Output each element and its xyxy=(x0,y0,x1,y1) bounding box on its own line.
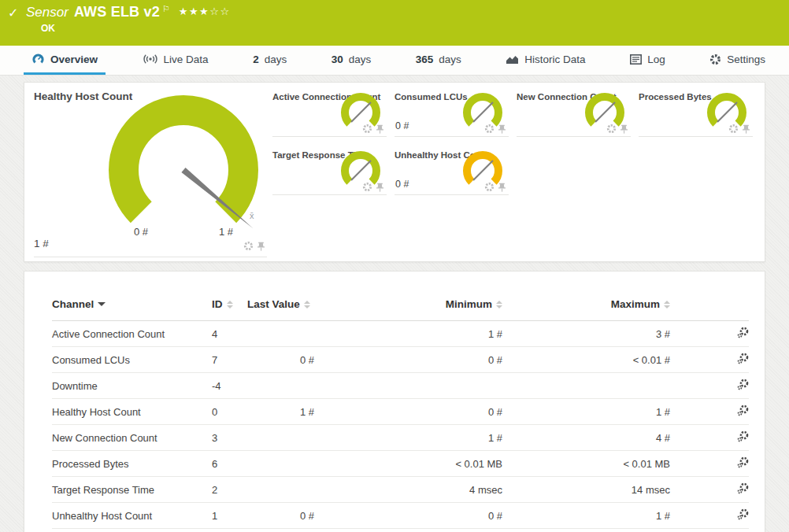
channel-maximum: < 0.01 MB xyxy=(502,451,670,477)
column-header-id[interactable]: ID xyxy=(212,298,247,321)
channel-last-value: 0 # xyxy=(247,503,314,529)
gauge-needle xyxy=(717,102,737,122)
column-label: Last Value xyxy=(247,298,300,310)
main-gauge-arc xyxy=(124,110,243,212)
log-list-icon xyxy=(630,54,642,65)
column-label: Minimum xyxy=(446,298,492,310)
gauge-arc xyxy=(345,97,376,124)
channel-id: 6 xyxy=(212,451,247,477)
pin-icon[interactable] xyxy=(498,183,506,192)
gauge-cell-active-connection-count: Active Connection Count xyxy=(272,89,387,137)
column-header-minimum[interactable]: Minimum xyxy=(314,298,502,321)
tab-historic-data[interactable]: Historic Data xyxy=(498,46,593,75)
table-row: Processed Bytes 6 < 0.01 MB < 0.01 MB xyxy=(52,451,749,477)
edit-channel-gear-icon[interactable] xyxy=(737,327,749,338)
sensor-name: AWS ELB v2 xyxy=(74,4,160,20)
gear-icon xyxy=(709,54,721,65)
gauge-needle xyxy=(351,161,371,180)
gauge-icon xyxy=(31,54,45,65)
edit-channel-gear-icon[interactable] xyxy=(737,353,749,364)
pin-icon[interactable] xyxy=(498,124,506,134)
channel-id: 1 xyxy=(212,503,247,529)
channel-last-value xyxy=(247,425,314,451)
priority-stars[interactable]: ★★★☆☆ xyxy=(179,6,231,17)
gauge-needle xyxy=(473,102,493,122)
channel-minimum: 1 # xyxy=(314,425,502,451)
gauge-title: Processed Bytes xyxy=(639,92,712,102)
gear-icon[interactable] xyxy=(362,182,372,192)
area-chart-icon xyxy=(506,54,519,65)
table-row: Target Response Time 2 4 msec 14 msec xyxy=(52,477,749,503)
gauge-needle xyxy=(595,102,615,122)
live-signal-icon xyxy=(143,54,158,65)
edit-channel-gear-icon[interactable] xyxy=(737,482,749,494)
tab-settings[interactable]: Settings xyxy=(702,46,773,75)
column-header-last-value[interactable]: Last Value xyxy=(247,298,314,321)
edit-channel-gear-icon[interactable] xyxy=(737,456,749,468)
channel-name: New Connection Count xyxy=(52,425,212,451)
channel-minimum: 0 # xyxy=(314,503,502,529)
sort-desc-icon xyxy=(98,302,106,306)
gear-icon[interactable] xyxy=(362,124,372,134)
tab-label: Historic Data xyxy=(524,54,585,65)
channel-maximum: < 0.01 # xyxy=(502,347,670,373)
main-gauge-min-label: 0 # xyxy=(127,226,155,238)
channel-name: Consumed LCUs xyxy=(52,347,212,373)
column-header-maximum[interactable]: Maximum xyxy=(502,298,670,321)
sort-icon xyxy=(496,301,502,308)
tab-log[interactable]: Log xyxy=(622,46,673,75)
tab-2-days[interactable]: 2 days xyxy=(245,46,294,75)
main-gauge[interactable] xyxy=(95,91,292,236)
channel-name: Target Response Time xyxy=(52,477,212,503)
gauge-cell-consumed-lcus: Consumed LCUs 0 # xyxy=(394,89,509,137)
tab-overview[interactable]: Overview xyxy=(24,46,106,75)
gear-icon[interactable] xyxy=(243,241,254,251)
channel-minimum: 1 # xyxy=(314,321,502,347)
pin-icon[interactable] xyxy=(620,124,628,134)
channel-maximum: 3 # xyxy=(502,321,670,347)
gauge-cell-processed-bytes: Processed Bytes xyxy=(639,89,753,137)
channel-maximum xyxy=(502,373,670,399)
table-row: Unhealthy Host Count 1 0 # 0 # 1 # xyxy=(52,503,749,529)
channel-id: 3 xyxy=(212,425,247,451)
edit-channel-gear-icon[interactable] xyxy=(737,379,749,390)
sensor-titleline: Sensor AWS ELB v2 ⚐ ★★★☆☆ xyxy=(26,4,231,20)
pin-icon[interactable] xyxy=(257,242,265,251)
edit-channel-gear-icon[interactable] xyxy=(737,430,749,442)
tab-label: 30 xyxy=(332,54,343,65)
table-header-row: Channel ID Last Value Minimum Maximum xyxy=(52,298,749,321)
edit-channel-gear-icon[interactable] xyxy=(737,508,749,520)
gear-icon[interactable] xyxy=(484,124,495,134)
channel-maximum: 1 # xyxy=(502,399,670,425)
gauge-title: Consumed LCUs xyxy=(394,92,468,102)
channels-table: Channel ID Last Value Minimum Maximum xyxy=(52,298,749,529)
tab-label: days xyxy=(265,54,287,65)
tab-30-days[interactable]: 30 days xyxy=(324,46,380,75)
table-row: Active Connection Count 4 1 # 3 # xyxy=(52,321,749,347)
pin-icon[interactable] xyxy=(742,124,750,134)
channel-name: Downtime xyxy=(52,373,212,399)
column-header-channel[interactable]: Channel xyxy=(52,298,212,321)
channel-last-value xyxy=(247,373,314,399)
pin-icon[interactable] xyxy=(376,124,384,134)
edit-channel-gear-icon[interactable] xyxy=(737,405,749,416)
tab-bar: Overview Live Data 2 days 30 days 365 da… xyxy=(0,46,789,76)
flag-icon[interactable]: ⚐ xyxy=(162,4,170,14)
tab-label: days xyxy=(349,54,372,65)
gauge-arc xyxy=(711,97,743,124)
column-header-actions xyxy=(670,298,749,321)
gear-icon[interactable] xyxy=(728,124,739,134)
sort-icon xyxy=(664,301,670,308)
tab-365-days[interactable]: 365 days xyxy=(408,46,469,75)
gear-icon[interactable] xyxy=(606,124,617,134)
column-label: ID xyxy=(212,298,223,310)
tab-live-data[interactable]: Live Data xyxy=(135,46,217,75)
gauge-arc xyxy=(589,97,620,124)
channel-id: -4 xyxy=(212,373,247,399)
channel-id: 0 xyxy=(212,399,247,425)
gauge-needle xyxy=(351,102,371,122)
status-badge: OK xyxy=(41,23,55,34)
pin-icon[interactable] xyxy=(376,183,384,192)
gear-icon[interactable] xyxy=(484,182,495,192)
channel-last-value xyxy=(247,451,314,477)
